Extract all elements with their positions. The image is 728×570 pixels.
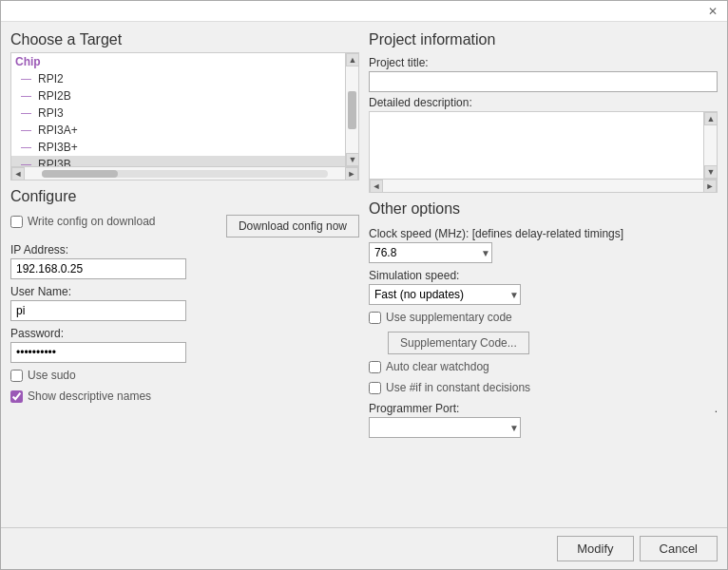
tree-hscroll-thumb — [42, 170, 118, 178]
left-panel: Choose a Target Chip RPI2 RPI2B RPI3 RPI… — [10, 31, 359, 518]
description-label: Detailed description: — [369, 96, 718, 109]
programmer-port-select[interactable] — [369, 417, 521, 438]
simulation-speed-select[interactable]: Fast (no updates) Normal Slow — [369, 284, 521, 305]
password-input[interactable] — [10, 342, 186, 363]
desc-scroll-up[interactable]: ▲ — [704, 112, 718, 125]
simulation-wrap: Fast (no updates) Normal Slow ▼ — [369, 284, 521, 305]
footer: Modify Cancel — [1, 527, 727, 569]
modify-button[interactable]: Modify — [557, 536, 633, 561]
ip-field-group: IP Address: — [10, 243, 359, 279]
supplementary-button-row: Supplementary Code... — [369, 332, 718, 354]
clock-speed-select[interactable]: 76.8 — [369, 242, 492, 263]
programmer-port-field: Programmer Port: . ▼ — [369, 402, 718, 438]
write-config-checkbox[interactable] — [10, 216, 23, 228]
tree-item-rpi3bplus[interactable]: RPI3B+ — [11, 139, 345, 156]
auto-clear-watchdog-label: Auto clear watchdog — [386, 360, 489, 373]
use-supplementary-label: Use supplementary code — [386, 311, 512, 324]
write-config-row: Write config on download — [10, 215, 156, 228]
tree-item-rpi2[interactable]: RPI2 — [11, 70, 345, 87]
use-sudo-row: Use sudo — [10, 369, 359, 382]
desc-scroll-down[interactable]: ▼ — [704, 165, 718, 179]
configure-title: Configure — [10, 188, 359, 205]
tree-item-rpi3b[interactable]: RPI3B — [11, 156, 345, 166]
tree-scroll-area[interactable]: Chip RPI2 RPI2B RPI3 RPI3A+ RPI3B+ RPI3B — [11, 53, 345, 166]
tree-item-rpi3[interactable]: RPI3 — [11, 104, 345, 122]
description-field: Detailed description: ▲ ▼ ◄ ► — [369, 96, 718, 193]
tree-vscrollbar[interactable]: ▲ ▼ — [345, 53, 358, 166]
clock-select-wrap: 76.8 ▼ — [369, 242, 492, 263]
use-sudo-label: Use sudo — [28, 369, 76, 382]
show-descriptive-row: Show descriptive names — [10, 390, 359, 403]
configure-header: Write config on download Download config… — [10, 215, 359, 238]
configure-section: Configure Write config on download Downl… — [10, 188, 359, 518]
choose-target-title: Choose a Target — [10, 31, 359, 48]
tree-hscroll-left[interactable]: ◄ — [11, 167, 25, 180]
cancel-button[interactable]: Cancel — [640, 536, 718, 561]
target-tree-box[interactable]: Chip RPI2 RPI2B RPI3 RPI3A+ RPI3B+ RPI3B… — [10, 52, 359, 180]
project-info-section: Project information Project title: Detai… — [369, 31, 718, 193]
project-title-label: Project title: — [369, 56, 718, 69]
project-title-field: Project title: — [369, 56, 718, 92]
show-descriptive-checkbox[interactable] — [10, 390, 23, 403]
ip-label: IP Address: — [10, 243, 359, 256]
simulation-speed-label: Simulation speed: — [369, 269, 718, 282]
username-field-group: User Name: — [10, 285, 359, 321]
tree-item-rpi3a[interactable]: RPI3A+ — [11, 122, 345, 139]
project-title-input[interactable] — [369, 71, 718, 92]
other-options-section: Other options Clock speed (MHz): [define… — [369, 200, 718, 438]
programmer-wrap: ▼ — [369, 417, 521, 438]
desc-hscroll-right[interactable]: ► — [703, 180, 717, 193]
description-container: ▲ ▼ ◄ ► — [369, 111, 718, 193]
project-info-title: Project information — [369, 31, 718, 48]
username-input[interactable] — [10, 300, 186, 321]
tree-scroll-up[interactable]: ▲ — [346, 53, 359, 66]
close-button[interactable]: ✕ — [704, 3, 721, 20]
use-hashif-checkbox[interactable] — [369, 382, 381, 394]
password-label: Password: — [10, 327, 359, 340]
tree-header: Chip — [11, 53, 345, 70]
supplementary-code-button[interactable]: Supplementary Code... — [388, 332, 529, 354]
tree-hscroll-right[interactable]: ► — [345, 167, 358, 180]
use-hashif-label: Use #if in constant decisions — [386, 381, 530, 394]
use-sudo-checkbox[interactable] — [10, 370, 23, 382]
programmer-port-dot: . — [715, 402, 718, 415]
description-textarea[interactable] — [370, 112, 703, 179]
download-config-button[interactable]: Download config now — [226, 215, 359, 238]
clock-speed-field: Clock speed (MHz): [defines delay-relate… — [369, 227, 718, 263]
other-options-title: Other options — [369, 200, 718, 218]
auto-clear-watchdog-checkbox[interactable] — [369, 361, 381, 373]
password-field-group: Password: — [10, 327, 359, 363]
use-supplementary-checkbox[interactable] — [369, 312, 381, 324]
right-panel: Project information Project title: Detai… — [369, 31, 718, 518]
tree-scroll-down[interactable]: ▼ — [346, 153, 359, 166]
choose-target-section: Choose a Target Chip RPI2 RPI2B RPI3 RPI… — [10, 31, 359, 180]
desc-hscroll-left[interactable]: ◄ — [370, 180, 383, 193]
use-supplementary-row: Use supplementary code — [369, 311, 718, 324]
show-descriptive-label: Show descriptive names — [28, 390, 151, 403]
username-label: User Name: — [10, 285, 359, 298]
programmer-port-label: Programmer Port: — [369, 402, 459, 415]
use-hashif-row: Use #if in constant decisions — [369, 381, 718, 394]
title-bar: ✕ — [1, 1, 727, 22]
desc-hscrollbar[interactable]: ◄ ► — [369, 180, 718, 193]
clock-speed-label: Clock speed (MHz): [defines delay-relate… — [369, 227, 718, 240]
desc-vscrollbar[interactable]: ▲ ▼ — [703, 112, 717, 179]
ip-input[interactable] — [10, 258, 186, 279]
tree-hscroll-track — [42, 170, 328, 178]
content-area: Choose a Target Chip RPI2 RPI2B RPI3 RPI… — [1, 22, 727, 527]
main-dialog: ✕ Choose a Target Chip RPI2 RPI2B RPI3 R… — [0, 0, 728, 570]
write-config-label: Write config on download — [28, 215, 156, 228]
auto-clear-watchdog-row: Auto clear watchdog — [369, 360, 718, 373]
tree-hscrollbar[interactable]: ◄ ► — [11, 166, 358, 180]
tree-item-rpi2b[interactable]: RPI2B — [11, 87, 345, 104]
simulation-speed-field: Simulation speed: Fast (no updates) Norm… — [369, 269, 718, 305]
tree-scroll-thumb — [348, 91, 356, 129]
